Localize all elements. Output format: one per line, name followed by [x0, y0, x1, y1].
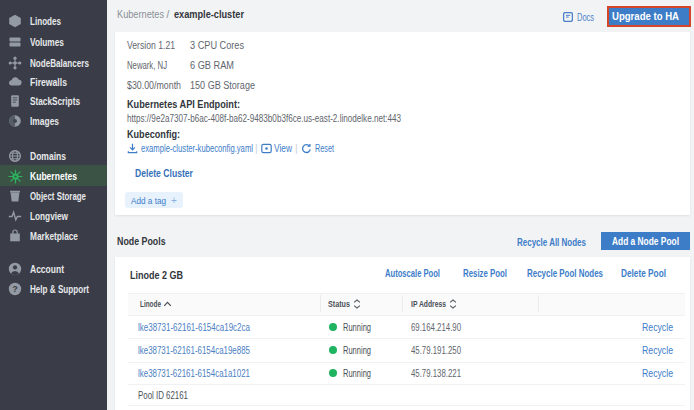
svg-text:?: ?	[12, 284, 18, 294]
